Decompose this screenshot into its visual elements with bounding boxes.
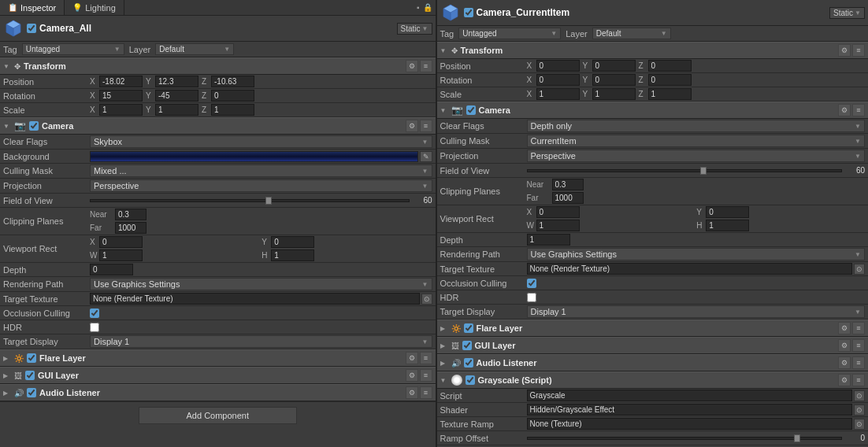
left-audio-enable-checkbox[interactable] [27,388,36,397]
right-occlusion-checkbox[interactable] [527,279,536,288]
left-culling-mask-dropdown[interactable]: Mixed ... ▼ [90,164,432,177]
right-rot-z-input[interactable] [648,74,692,86]
right-camera-menu-icon[interactable]: ≡ [852,104,865,116]
left-rot-z-input[interactable] [211,90,254,102]
right-target-texture-picker[interactable]: ⊙ [854,264,865,275]
right-culling-mask-dropdown[interactable]: CurrentItem ▼ [527,135,866,147]
left-gui-menu-icon[interactable]: ≡ [420,369,432,382]
right-gui-enable-checkbox[interactable] [462,341,472,350]
right-vp-h-input[interactable] [706,220,749,231]
right-rot-x-input[interactable] [536,74,580,86]
left-near-input[interactable] [115,209,147,220]
right-camera-section-header[interactable]: ▼ 📷 Camera ⚙ ≡ [437,102,869,119]
left-transform-settings-icon[interactable]: ⚙ [406,60,418,72]
left-static-button[interactable]: Static ▼ [397,23,432,35]
left-depth-input[interactable] [90,264,133,275]
right-shader-picker[interactable]: ⊙ [854,405,865,416]
left-scale-x-input[interactable] [99,104,143,116]
right-scale-x-input[interactable] [536,88,580,100]
right-far-input[interactable] [552,192,584,204]
left-flare-layer-header[interactable]: ▶ 🔆 Flare Layer ⚙ ≡ [0,349,436,367]
right-flare-menu-icon[interactable]: ≡ [852,322,865,334]
right-vp-w-input[interactable] [536,220,580,231]
left-hdr-checkbox[interactable] [90,323,99,332]
right-audio-settings-icon[interactable]: ⚙ [838,356,851,369]
right-near-input[interactable] [552,179,584,190]
right-layer-dropdown[interactable]: Default ▼ [592,28,671,39]
right-enable-checkbox[interactable] [464,8,473,17]
left-rendering-dropdown[interactable]: Use Graphics Settings ▼ [90,278,432,290]
right-grayscale-menu-icon[interactable]: ≡ [852,374,865,386]
left-tag-dropdown[interactable]: Untagged ▼ [22,43,124,55]
left-rot-x-input[interactable] [99,90,143,102]
right-fov-slider-track[interactable] [527,169,843,172]
left-rot-y-input[interactable] [155,90,198,102]
right-ramp-offset-track[interactable] [527,437,843,440]
object-enable-checkbox[interactable] [27,24,36,33]
left-pos-z-input[interactable] [211,76,254,87]
left-transform-menu-icon[interactable]: ≡ [420,60,432,72]
left-far-input[interactable] [115,222,147,234]
right-audio-listener-header[interactable]: ▶ 🔊 Audio Listener ⚙ ≡ [437,354,869,371]
right-vp-x-input[interactable] [536,206,580,218]
left-camera-settings-icon[interactable]: ⚙ [406,120,418,132]
right-script-picker[interactable]: ⊙ [854,390,865,401]
right-ramp-offset-thumb[interactable] [794,434,800,442]
left-add-component-button[interactable]: Add Component [139,407,298,424]
left-layer-dropdown[interactable]: Default ▼ [155,43,234,55]
right-audio-enable-checkbox[interactable] [464,358,473,368]
right-pos-z-input[interactable] [648,60,692,72]
right-flare-settings-icon[interactable]: ⚙ [838,322,851,334]
right-target-display-dropdown[interactable]: Display 1 ▼ [527,305,866,318]
left-scale-y-input[interactable] [155,104,198,116]
left-audio-menu-icon[interactable]: ≡ [420,386,432,399]
right-hdr-checkbox[interactable] [527,293,536,302]
right-static-button[interactable]: Static ▼ [829,7,865,19]
left-flare-settings-icon[interactable]: ⚙ [406,352,418,364]
left-fov-slider-thumb[interactable] [265,197,272,205]
right-flare-layer-header[interactable]: ▶ 🔆 Flare Layer ⚙ ≡ [437,320,869,337]
right-fov-slider-thumb[interactable] [700,167,707,175]
left-camera-menu-icon[interactable]: ≡ [420,120,432,132]
right-scale-z-input[interactable] [648,88,692,100]
right-gui-layer-header[interactable]: ▶ 🖼 GUI Layer ⚙ ≡ [437,337,869,354]
left-target-display-dropdown[interactable]: Display 1 ▼ [90,335,432,348]
left-background-swatch[interactable] [90,151,418,162]
left-scale-z-input[interactable] [211,104,254,116]
right-scale-y-input[interactable] [592,88,636,100]
right-gui-settings-icon[interactable]: ⚙ [838,339,851,352]
left-vp-x-input[interactable] [99,236,143,248]
right-transform-settings-icon[interactable]: ⚙ [838,44,851,57]
right-grayscale-section-header[interactable]: ▼ Grayscale (Script) ⚙ ≡ [437,371,869,389]
left-audio-listener-header[interactable]: ▶ 🔊 Audio Listener ⚙ ≡ [0,384,436,401]
tab-lighting[interactable]: 💡 Lighting [65,0,124,15]
left-background-picker[interactable]: ✎ [420,151,432,162]
left-vp-h-input[interactable] [271,249,314,261]
left-occlusion-checkbox[interactable] [90,308,99,318]
right-transform-menu-icon[interactable]: ≡ [852,44,865,57]
right-audio-menu-icon[interactable]: ≡ [852,356,865,369]
left-gui-layer-header[interactable]: ▶ 🖼 GUI Layer ⚙ ≡ [0,367,436,384]
right-camera-enable-checkbox[interactable] [466,105,476,115]
left-projection-dropdown[interactable]: Perspective ▼ [90,179,432,192]
right-camera-settings-icon[interactable]: ⚙ [838,104,851,116]
left-camera-enable-checkbox[interactable] [29,121,39,131]
right-depth-input[interactable] [527,234,570,246]
left-transform-section-header[interactable]: ▼ ✥ Transform ⚙ ≡ [0,57,436,75]
left-target-texture-picker[interactable]: ⊙ [421,294,432,305]
tab-lock-icon[interactable]: 🔒 [423,3,432,12]
right-clear-flags-dropdown[interactable]: Depth only ▼ [527,120,866,132]
right-projection-dropdown[interactable]: Perspective ▼ [527,150,866,162]
right-pos-y-input[interactable] [592,60,636,72]
right-grayscale-settings-icon[interactable]: ⚙ [838,374,851,386]
left-camera-section-header[interactable]: ▼ 📷 Camera ⚙ ≡ [0,117,436,135]
tab-pin-icon[interactable]: ▪ [417,3,420,12]
left-fov-slider-track[interactable] [90,199,410,202]
left-clear-flags-dropdown[interactable]: Skybox ▼ [90,135,432,148]
right-vp-y-input[interactable] [706,206,749,218]
right-rendering-dropdown[interactable]: Use Graphics Settings ▼ [527,248,866,260]
right-texture-ramp-picker[interactable]: ⊙ [854,419,865,430]
left-pos-y-input[interactable] [155,76,198,87]
right-grayscale-enable-checkbox[interactable] [466,375,475,385]
right-pos-x-input[interactable] [536,60,580,72]
